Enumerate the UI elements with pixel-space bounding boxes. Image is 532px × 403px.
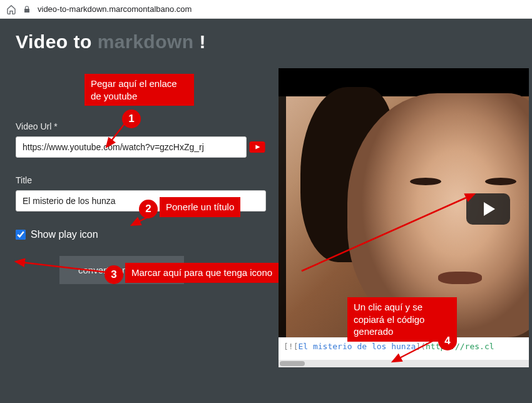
title-highlight: markdown (98, 31, 194, 52)
code-title: El misterio de los hunza (298, 342, 416, 351)
show-play-checkbox[interactable] (16, 230, 26, 240)
app-container: Video to markdown ! Video Url * Title Sh… (0, 19, 532, 403)
annotation-3-text: Marcar aquí para que tenga icono (125, 263, 279, 283)
video-content-detail (438, 272, 482, 284)
browser-address-bar: video-to-markdown.marcomontalbano.com (0, 0, 532, 19)
lock-icon (23, 5, 31, 14)
annotation-2-text: Ponerle un título (160, 197, 240, 217)
video-url-input[interactable] (16, 136, 247, 158)
video-letterbox-left (279, 68, 286, 337)
annotation-1-badge: 1 (122, 110, 141, 128)
title-prefix: Video to (16, 31, 98, 52)
url-text[interactable]: video-to-markdown.marcomontalbano.com (38, 4, 192, 14)
horizontal-scrollbar[interactable] (279, 360, 529, 367)
scrollbar-thumb[interactable] (280, 361, 305, 366)
annotation-2-badge: 2 (139, 200, 158, 218)
home-icon[interactable] (6, 4, 16, 14)
code-url: https://res.cl (426, 342, 494, 351)
page-title: Video to markdown ! (16, 31, 516, 53)
annotation-1-text: Pegar aquí el enlace de youtube (84, 74, 194, 106)
code-bracket: [![ (284, 342, 298, 351)
video-letterbox (279, 68, 529, 96)
title-suffix: ! (194, 31, 206, 52)
show-play-label: Show play icon (31, 229, 98, 240)
title-label: Title (16, 175, 266, 185)
annotation-4-badge: 4 (438, 332, 457, 350)
play-icon[interactable] (466, 193, 510, 225)
video-content-detail (410, 178, 441, 185)
video-url-label: Video Url * (16, 121, 266, 131)
youtube-icon (248, 136, 266, 158)
form-column: Video Url * Title Show play icon convert… (16, 68, 266, 367)
annotation-3-badge: 3 (105, 265, 123, 284)
video-content-detail (485, 178, 516, 185)
code-mid: ]( (416, 342, 426, 351)
play-triangle-icon (484, 202, 495, 216)
